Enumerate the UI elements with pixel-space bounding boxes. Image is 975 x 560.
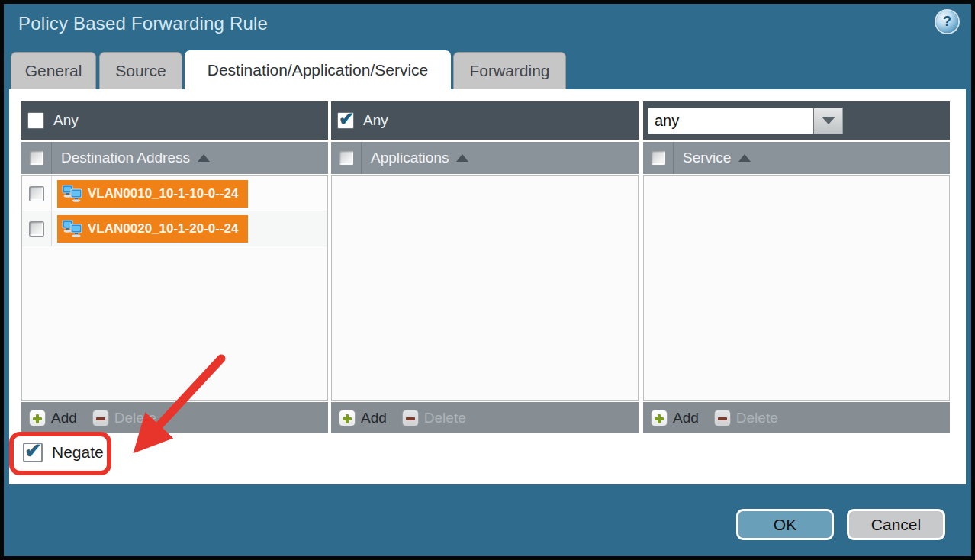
delete-minus-icon [402,410,419,426]
dropdown-button[interactable] [814,108,843,134]
destination-select-all-checkbox[interactable] [29,150,44,166]
cancel-button-label: Cancel [871,516,921,534]
ok-button-label: OK [774,516,796,534]
dialog-title: Policy Based Forwarding Rule [18,13,268,34]
service-dropdown-value[interactable]: any [648,108,814,134]
add-button-label: Add [361,410,387,426]
tab-general-label: General [25,62,82,80]
service-list [643,175,950,401]
row-checkbox[interactable] [29,221,44,237]
delete-button-label: Delete [114,410,156,426]
applications-list [331,175,639,401]
service-select-all-checkbox[interactable] [651,150,666,166]
add-button-label: Add [51,410,77,426]
pbf-rule-dialog: Policy Based Forwarding Rule ? General S… [0,0,975,560]
destination-any-checkbox[interactable] [27,112,44,129]
destination-list: VLAN0010_10-1-10-0--24 [21,175,328,401]
add-plus-icon [29,410,46,426]
applications-select-all-checkbox[interactable] [339,150,354,166]
applications-column-header[interactable]: Applications [331,142,639,174]
service-delete-button[interactable]: Delete [714,410,778,426]
service-column-header[interactable]: Service [643,142,950,174]
ok-button[interactable]: OK [736,509,834,540]
destination-any-label: Any [53,112,79,129]
cancel-button[interactable]: Cancel [847,509,945,540]
tab-source[interactable]: Source [99,52,182,89]
add-plus-icon [339,410,356,426]
help-icon[interactable]: ? [936,11,958,33]
network-computers-icon [62,185,82,202]
negate-label: Negate [52,443,104,462]
destination-footer-bar: Add Delete [21,402,328,433]
applications-any-checkbox[interactable] [337,112,354,129]
destination-header-label: Destination Address [61,150,190,166]
applications-any-bar: Any [331,101,639,140]
add-button-label: Add [673,410,699,426]
destination-add-button[interactable]: Add [29,410,77,426]
destination-address-value: VLAN0010_10-1-10-0--24 [88,186,239,201]
destination-column-header[interactable]: Destination Address [21,142,328,174]
row-checkbox[interactable] [29,186,44,201]
applications-add-button[interactable]: Add [339,410,387,426]
negate-checkbox[interactable] [23,443,43,462]
table-row[interactable]: VLAN0010_10-1-10-0--24 [22,176,327,211]
add-plus-icon [651,410,668,426]
tab-destination-application-service[interactable]: Destination/Application/Service [185,50,451,90]
delete-minus-icon [714,410,731,426]
applications-footer-bar: Add Delete [331,402,639,433]
sort-ascending-icon [198,154,210,162]
question-glyph: ? [943,14,951,30]
chevron-down-icon [822,117,835,124]
applications-header-label: Applications [371,150,449,166]
delete-button-label: Delete [736,410,778,426]
destination-any-bar: Any [21,101,328,140]
destination-delete-button[interactable]: Delete [92,410,156,426]
destination-address-chip[interactable]: VLAN0020_10-1-20-0--24 [57,215,248,243]
tab-general[interactable]: General [11,52,96,89]
tab-source-label: Source [115,62,166,80]
sort-ascending-icon [456,154,468,162]
service-column: any Service Add [643,101,950,433]
service-any-bar: any [643,101,950,140]
service-add-button[interactable]: Add [651,410,699,426]
service-header-label: Service [683,150,731,166]
destination-address-value: VLAN0020_10-1-20-0--24 [88,221,239,237]
service-footer-bar: Add Delete [643,402,950,433]
applications-any-label: Any [363,112,388,129]
applications-delete-button[interactable]: Delete [402,410,466,426]
destination-address-chip[interactable]: VLAN0010_10-1-10-0--24 [57,180,248,208]
table-row[interactable]: VLAN0020_10-1-20-0--24 [22,211,327,246]
delete-button-label: Delete [424,410,466,426]
delete-minus-icon [92,410,109,426]
service-dropdown[interactable]: any [648,108,843,134]
tab-forwarding-label: Forwarding [469,62,549,80]
destination-column: Any Destination Address [21,101,328,433]
tab-destination-label: Destination/Application/Service [208,61,429,79]
network-computers-icon [62,220,82,237]
sort-ascending-icon [738,154,751,162]
screenshot-root: Policy Based Forwarding Rule ? General S… [0,0,975,560]
tab-forwarding[interactable]: Forwarding [453,52,566,89]
applications-column: Any Applications Add Delete [331,101,639,433]
tab-content-panel: Any Destination Address [9,89,966,484]
